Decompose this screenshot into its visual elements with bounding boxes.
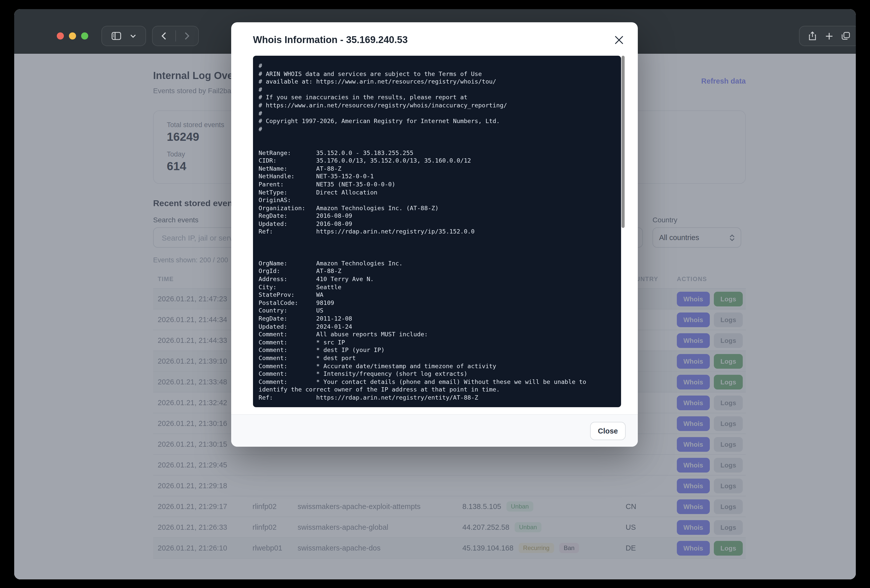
nav-group <box>152 26 199 46</box>
toolbar-right-group <box>799 26 856 46</box>
minimize-window-button[interactable] <box>69 33 76 40</box>
sidebar-toggle-group <box>101 26 146 46</box>
forward-icon[interactable] <box>185 32 190 40</box>
tab-overview-icon[interactable] <box>842 32 851 40</box>
modal-footer: Close <box>231 414 638 447</box>
zoom-window-button[interactable] <box>81 33 88 40</box>
divider <box>175 30 176 42</box>
close-window-button[interactable] <box>57 33 64 40</box>
new-tab-icon[interactable] <box>825 32 833 40</box>
whois-modal: Whois Information - 35.169.240.53 # # AR… <box>231 22 638 447</box>
browser-window: fail2ban.swissmakers.corp A ↻ <box>14 9 856 579</box>
modal-title: Whois Information - 35.169.240.53 <box>253 34 408 46</box>
share-icon[interactable] <box>809 31 816 40</box>
close-icon[interactable] <box>614 34 625 46</box>
whois-text: # # ARIN WHOIS data and services are sub… <box>259 62 615 402</box>
chevron-down-icon[interactable] <box>131 34 136 38</box>
back-icon[interactable] <box>161 32 167 40</box>
sidebar-icon[interactable] <box>111 32 121 40</box>
whois-output-box[interactable]: # # ARIN WHOIS data and services are sub… <box>253 56 621 407</box>
close-button[interactable]: Close <box>590 422 626 440</box>
scrollbar-thumb[interactable] <box>621 56 625 228</box>
